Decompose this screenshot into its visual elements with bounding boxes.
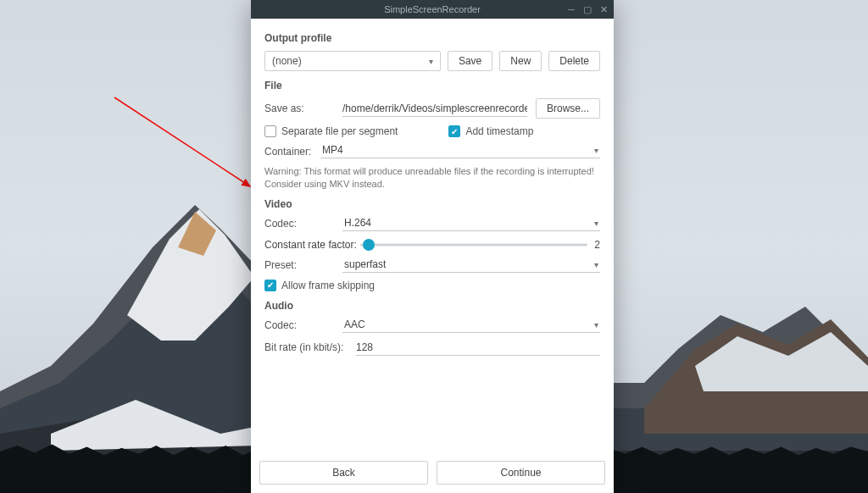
preset-value: superfast (344, 258, 386, 270)
add-timestamp-checkbox[interactable]: ✔ Add timestamp (448, 125, 533, 137)
container-warning: Warning: This format will produce unread… (264, 165, 600, 191)
slider-track (360, 243, 588, 246)
browse-button[interactable]: Browse... (536, 98, 600, 119)
slider-thumb[interactable] (363, 239, 375, 251)
bitrate-label: Bit rate (in kbit/s): (264, 341, 356, 353)
chevron-down-icon (594, 319, 598, 330)
back-button[interactable]: Back (259, 461, 428, 485)
add-timestamp-label: Add timestamp (465, 125, 533, 137)
crf-slider[interactable] (360, 238, 588, 252)
profile-delete-button[interactable]: Delete (548, 51, 600, 71)
video-codec-label: Codec: (264, 218, 342, 230)
chevron-down-icon (594, 217, 598, 229)
video-heading: Video (264, 198, 600, 210)
preset-label: Preset: (264, 259, 342, 271)
output-profile-heading: Output profile (264, 32, 600, 44)
container-value: MP4 (322, 144, 343, 156)
checkbox-icon (264, 125, 276, 137)
window-title: SimpleScreenRecorder (251, 4, 614, 14)
maximize-icon[interactable]: ▢ (581, 3, 594, 15)
preset-dropdown[interactable]: superfast (342, 258, 600, 273)
titlebar[interactable]: SimpleScreenRecorder ─ ▢ ✕ (251, 0, 614, 19)
container-dropdown[interactable]: MP4 (320, 144, 600, 158)
video-codec-value: H.264 (344, 217, 371, 229)
continue-button[interactable]: Continue (437, 461, 605, 485)
app-window: SimpleScreenRecorder ─ ▢ ✕ Output profil… (251, 0, 614, 493)
save-as-input[interactable] (342, 101, 527, 117)
audio-heading: Audio (264, 300, 600, 312)
save-as-label: Save as: (264, 102, 342, 114)
chevron-down-icon (594, 258, 598, 270)
chevron-down-icon (594, 144, 598, 156)
profile-dropdown-value: (none) (272, 55, 302, 67)
footer: Back Continue (251, 452, 614, 493)
video-codec-dropdown[interactable]: H.264 (342, 217, 600, 231)
checkbox-checked-icon: ✔ (448, 125, 460, 137)
checkbox-checked-icon: ✔ (264, 280, 276, 291)
chevron-down-icon (429, 55, 433, 67)
profile-dropdown[interactable]: (none) (264, 51, 441, 71)
audio-codec-label: Codec: (264, 319, 342, 331)
crf-value: 2 (594, 239, 600, 251)
audio-codec-dropdown[interactable]: AAC (342, 319, 600, 333)
audio-codec-value: AAC (344, 319, 365, 330)
bitrate-input[interactable] (356, 340, 600, 356)
separate-file-label: Separate file per segment (281, 125, 398, 137)
profile-save-button[interactable]: Save (448, 51, 492, 71)
profile-new-button[interactable]: New (499, 51, 542, 71)
file-heading: File (264, 80, 600, 91)
separate-file-checkbox[interactable]: Separate file per segment (264, 125, 398, 137)
close-icon[interactable]: ✕ (597, 3, 610, 15)
crf-label: Constant rate factor: (264, 239, 357, 251)
container-label: Container: (264, 146, 320, 158)
minimize-icon[interactable]: ─ (565, 3, 578, 15)
allow-frame-skipping-label: Allow frame skipping (281, 280, 375, 291)
allow-frame-skipping-checkbox[interactable]: ✔ Allow frame skipping (264, 280, 600, 291)
